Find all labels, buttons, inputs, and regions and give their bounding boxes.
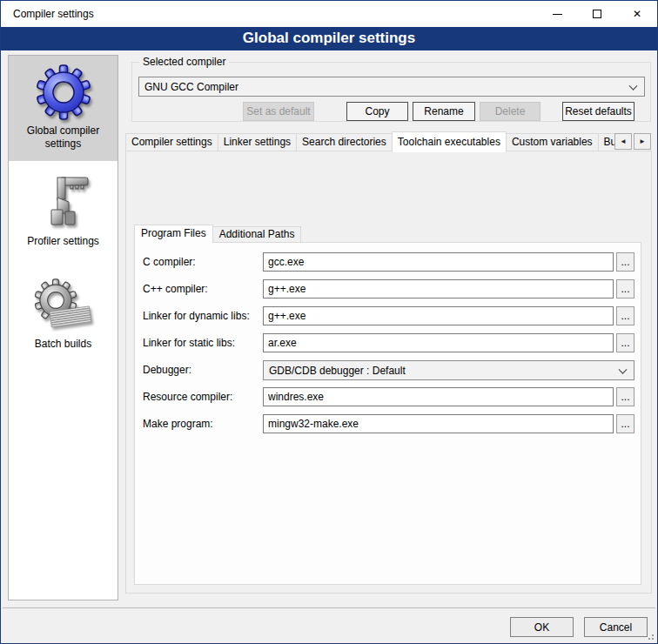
- subtab-additional-paths[interactable]: Additional Paths: [212, 226, 302, 242]
- tab-build[interactable]: Build: [598, 133, 614, 151]
- cpp-compiler-label: C++ compiler:: [143, 279, 208, 299]
- debugger-label: Debugger:: [143, 360, 191, 380]
- field-row: C++ compiler:...: [135, 279, 641, 299]
- sidebar-item-profiler-settings[interactable]: Profiler settings: [9, 161, 118, 258]
- make-program-browse-button[interactable]: ...: [616, 414, 634, 433]
- subtab-program-files[interactable]: Program Files: [134, 225, 213, 243]
- tabs-scroll-right-button[interactable]: ►: [634, 133, 651, 150]
- chevron-down-icon: [629, 81, 638, 90]
- sidebar-item-global-compiler-settings[interactable]: Global compiler settings: [9, 56, 118, 161]
- cpp-compiler-input[interactable]: [263, 279, 614, 299]
- program-files-page: C compiler:...C++ compiler:...Linker for…: [134, 242, 641, 585]
- field-row: C compiler:...: [135, 252, 641, 272]
- titlebar: Compiler settings ✕: [1, 1, 657, 27]
- c-compiler-input[interactable]: [263, 252, 614, 272]
- selected-compiler-legend: Selected compiler: [139, 56, 229, 68]
- caliper-icon: [9, 173, 118, 233]
- compiler-select[interactable]: GNU GCC Compiler: [138, 77, 645, 97]
- delete-button[interactable]: Delete: [480, 102, 540, 121]
- make-program-label: Make program:: [143, 414, 213, 434]
- field-row: Make program:...: [135, 414, 641, 434]
- field-row: Linker for static libs:...: [135, 333, 641, 353]
- dialog-header: Global compiler settings: [1, 27, 657, 50]
- c-compiler-browse-button[interactable]: ...: [616, 252, 634, 272]
- tabs-scroll-left-button[interactable]: ◄: [614, 133, 632, 150]
- tab-toolchain-executables[interactable]: Toolchain executables: [392, 131, 507, 152]
- set-as-default-button[interactable]: Set as default: [243, 102, 314, 121]
- compiler-select-value: GNU GCC Compiler: [144, 81, 238, 93]
- cancel-button[interactable]: Cancel: [584, 617, 648, 637]
- maximize-icon: [593, 10, 601, 18]
- reset-defaults-button[interactable]: Reset defaults: [562, 102, 634, 121]
- field-row: Debugger:GDB/CDB debugger : Default: [135, 360, 641, 380]
- debugger-value: GDB/CDB debugger : Default: [269, 365, 406, 377]
- copy-button[interactable]: Copy: [346, 102, 408, 121]
- arrow-right-icon: ►: [639, 138, 646, 145]
- static-linker-label: Linker for static libs:: [143, 333, 235, 353]
- sidebar: Global compiler settings Profiler settin…: [8, 55, 118, 600]
- field-row: Linker for dynamic libs:...: [135, 306, 641, 326]
- tab-scroll-controls: ◄ ►: [614, 133, 651, 150]
- tab-search-directories[interactable]: Search directories: [296, 133, 393, 151]
- main-tabstrip: Compiler settingsLinker settingsSearch d…: [125, 131, 614, 152]
- tab-custom-variables[interactable]: Custom variables: [506, 133, 599, 151]
- debugger-select[interactable]: GDB/CDB debugger : Default: [263, 360, 634, 380]
- minimize-icon: [553, 14, 562, 15]
- files-tabstrip: Program FilesAdditional Paths: [134, 225, 301, 243]
- field-row: Resource compiler:...: [135, 387, 641, 407]
- resize-grip[interactable]: [646, 632, 654, 640]
- sidebar-item-label: Global compiler settings: [9, 123, 118, 158]
- gear-stack-icon: [9, 278, 118, 336]
- maximize-button[interactable]: [577, 1, 617, 27]
- close-icon: ✕: [633, 9, 641, 19]
- tab-linker-settings[interactable]: Linker settings: [218, 133, 297, 151]
- dynamic-linker-label: Linker for dynamic libs:: [143, 306, 250, 326]
- gear-icon: [9, 64, 118, 123]
- sidebar-item-label: Profiler settings: [9, 233, 118, 255]
- resource-compiler-browse-button[interactable]: ...: [616, 387, 634, 406]
- window-title: Compiler settings: [13, 8, 94, 20]
- resource-compiler-input[interactable]: [263, 387, 614, 406]
- minimize-button[interactable]: [537, 1, 577, 27]
- close-button[interactable]: ✕: [617, 1, 657, 27]
- ok-button[interactable]: OK: [510, 617, 574, 637]
- make-program-input[interactable]: [263, 414, 614, 433]
- resource-compiler-label: Resource compiler:: [143, 387, 232, 407]
- sidebar-item-batch-builds[interactable]: Batch builds: [9, 258, 118, 372]
- dynamic-linker-browse-button[interactable]: ...: [616, 306, 634, 325]
- compiler-settings-window: Compiler settings ✕ Global compiler sett…: [0, 0, 658, 644]
- sidebar-item-label: Batch builds: [9, 336, 118, 358]
- footer-divider: [3, 607, 655, 608]
- dynamic-linker-input[interactable]: [263, 306, 614, 325]
- tab-compiler-settings[interactable]: Compiler settings: [125, 133, 218, 151]
- window-controls: ✕: [537, 1, 657, 27]
- chevron-down-icon: [619, 365, 628, 373]
- rename-button[interactable]: Rename: [413, 102, 475, 121]
- static-linker-input[interactable]: [263, 333, 614, 352]
- static-linker-browse-button[interactable]: ...: [616, 333, 634, 352]
- arrow-left-icon: ◄: [620, 138, 627, 145]
- c-compiler-label: C compiler:: [143, 252, 196, 272]
- cpp-compiler-browse-button[interactable]: ...: [616, 279, 634, 299]
